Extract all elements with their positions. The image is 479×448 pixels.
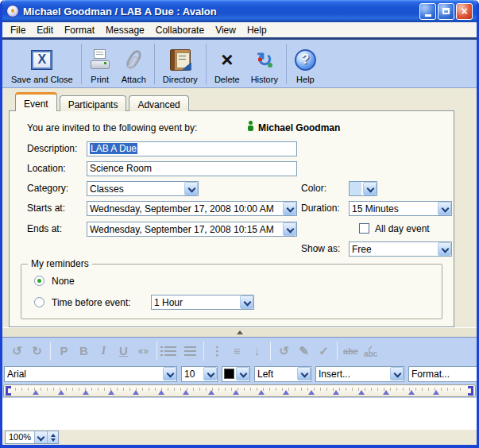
chevron-down-icon[interactable]	[283, 222, 296, 236]
tabstop-marker[interactable]	[108, 390, 114, 395]
location-input[interactable]: Science Room	[87, 161, 297, 176]
delete-x-icon: ×	[221, 46, 233, 73]
maximize-button[interactable]	[438, 3, 454, 20]
help-button[interactable]: ? Help	[289, 41, 322, 87]
menu-file[interactable]: File	[5, 24, 31, 37]
plain-style-icon[interactable]: P	[54, 342, 74, 360]
pane-splitter[interactable]	[2, 327, 477, 337]
left-margin-marker[interactable]	[6, 386, 11, 396]
color-select[interactable]	[349, 181, 377, 196]
zoom-spinner[interactable]	[47, 431, 58, 443]
underline-icon[interactable]: U	[114, 342, 133, 360]
reminder-none-radio[interactable]	[34, 276, 44, 286]
find-replace-icon[interactable]: abc	[341, 342, 361, 360]
inviter-name: Michael Goodman	[258, 122, 340, 133]
pen-icon[interactable]: ✎	[294, 342, 314, 360]
redo-icon[interactable]: ↻	[27, 342, 47, 360]
menu-help[interactable]: Help	[241, 24, 272, 37]
font-family-select[interactable]: Arial	[4, 366, 177, 382]
print-icon	[90, 46, 110, 73]
chevron-down-icon[interactable]	[240, 295, 253, 309]
menu-edit[interactable]: Edit	[31, 24, 59, 37]
italic-icon[interactable]: I	[94, 342, 114, 360]
tabstop-marker[interactable]	[333, 390, 339, 395]
tabstop-marker[interactable]	[233, 390, 239, 395]
alignment-select[interactable]: Left	[254, 366, 311, 382]
paragraph-marks-icon[interactable]: ≡	[227, 342, 247, 360]
show-as-select[interactable]: Free	[349, 241, 452, 257]
tabstop-marker[interactable]	[183, 390, 189, 395]
time-before-select[interactable]: 1 Hour	[151, 295, 254, 310]
close-button[interactable]: ×	[456, 3, 473, 20]
print-button[interactable]: Print	[84, 41, 116, 87]
tabstop-marker[interactable]	[358, 390, 365, 395]
chevron-down-icon[interactable]	[363, 182, 377, 195]
spell-check-icon[interactable]: abc	[361, 342, 380, 360]
delete-button[interactable]: × Delete	[209, 41, 245, 87]
message-body[interactable]	[2, 398, 477, 429]
tabstop-marker[interactable]	[383, 390, 389, 395]
window-icon	[6, 5, 19, 17]
menu-view[interactable]: View	[210, 24, 241, 37]
duration-select[interactable]: 15 Minutes	[349, 201, 452, 216]
move-down-icon[interactable]: ↓	[247, 342, 267, 360]
tabstop-marker[interactable]	[83, 390, 89, 395]
chevron-down-icon[interactable]	[283, 202, 296, 215]
right-margin-marker[interactable]	[468, 386, 473, 396]
color-swatch	[350, 182, 361, 195]
tabstop-marker[interactable]	[58, 390, 64, 395]
minimize-button[interactable]	[419, 3, 436, 20]
tab-event[interactable]: Event	[15, 92, 57, 111]
chevron-down-icon[interactable]	[390, 367, 404, 380]
fixed-font-icon[interactable]: «»	[133, 342, 153, 360]
menu-message[interactable]: Message	[100, 24, 150, 37]
indent-icon[interactable]: ⋮	[207, 342, 227, 360]
menu-format[interactable]: Format	[59, 24, 100, 37]
save-and-close-button[interactable]: X Save and Close	[6, 41, 79, 87]
chevron-down-icon[interactable]	[163, 367, 176, 380]
bulleted-list-icon[interactable]	[160, 342, 180, 360]
attach-button[interactable]: Attach	[116, 41, 152, 87]
starts-at-select[interactable]: Wednesday, September 17, 2008 10:00 AM	[87, 201, 297, 216]
reminder-time-radio[interactable]	[34, 297, 44, 307]
tab-participants[interactable]: Participants	[60, 95, 127, 111]
chevron-down-icon[interactable]	[203, 367, 217, 380]
titlebar[interactable]: Michael Goodman / LAB A Due : Avalon ×	[2, 0, 477, 22]
bold-icon[interactable]: B	[74, 342, 94, 360]
tabstop-marker[interactable]	[283, 390, 289, 395]
zoom-control[interactable]: 100%	[5, 431, 59, 444]
tabstop-marker[interactable]	[208, 390, 214, 395]
chevron-down-icon[interactable]	[297, 367, 311, 380]
numbered-list-icon[interactable]	[180, 342, 200, 360]
tabstop-marker[interactable]	[158, 390, 164, 395]
category-label: Category:	[27, 181, 68, 196]
tabstop-marker[interactable]	[433, 390, 439, 395]
chevron-down-icon[interactable]	[438, 242, 451, 256]
ends-at-select[interactable]: Wednesday, September 17, 2008 10:15 AM	[87, 222, 297, 237]
chevron-down-icon[interactable]	[184, 182, 198, 195]
tabstop-marker[interactable]	[133, 390, 139, 395]
menu-collaborate[interactable]: Collaborate	[150, 24, 210, 37]
tabstop-marker[interactable]	[33, 390, 39, 395]
tabstop-marker[interactable]	[408, 390, 415, 395]
chevron-down-icon[interactable]	[236, 367, 249, 380]
tabstop-marker[interactable]	[308, 390, 315, 395]
directory-button[interactable]: Directory	[157, 41, 203, 87]
chevron-down-icon[interactable]	[438, 202, 451, 215]
font-size-select[interactable]: 10	[181, 366, 218, 382]
insert-select[interactable]: Insert...	[315, 366, 404, 382]
undo-icon[interactable]: ↺	[7, 342, 27, 360]
revert-icon[interactable]: ↺	[274, 342, 294, 360]
all-day-checkbox[interactable]	[359, 223, 369, 234]
tab-advanced[interactable]: Advanced	[129, 95, 188, 111]
category-select[interactable]: Classes	[87, 181, 199, 196]
history-button[interactable]: ↻ History	[245, 41, 284, 87]
zoom-dropdown-icon[interactable]	[34, 431, 47, 443]
approve-icon[interactable]: ✓	[314, 342, 334, 360]
tabstop-marker[interactable]	[258, 390, 265, 395]
toolbar-separator	[337, 342, 338, 361]
description-input[interactable]: LAB A Due	[87, 141, 297, 156]
format-select[interactable]: Format...	[408, 366, 478, 382]
font-color-select[interactable]	[222, 366, 250, 382]
ruler[interactable]	[3, 384, 476, 397]
